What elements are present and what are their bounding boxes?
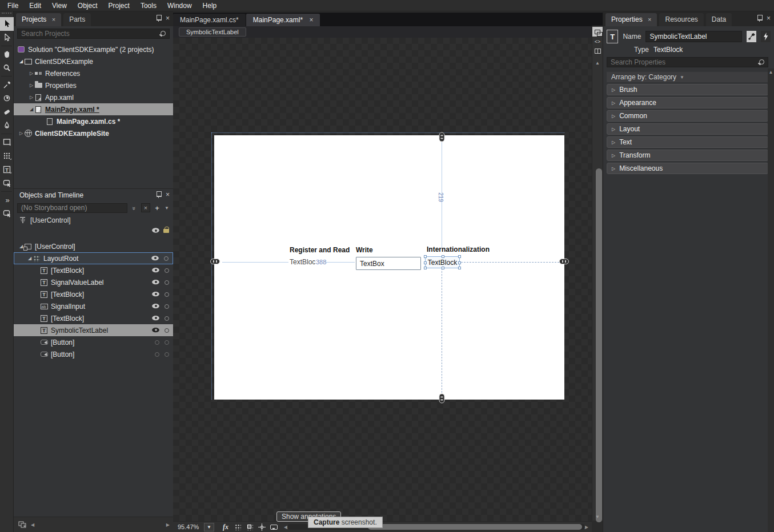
grid-layout-tool-icon[interactable] [0,149,14,163]
layers-icon[interactable] [18,521,27,529]
menu-tools[interactable]: Tools [141,2,157,10]
tab-close-icon[interactable]: × [309,16,313,24]
objects-item-signalvaluelabel[interactable]: T SignalValueLabel [14,276,173,288]
tab-projects-close-icon[interactable]: × [52,16,55,23]
storyboard-chevrons-icon[interactable]: » [131,203,138,212]
name-input[interactable] [645,31,742,42]
split-view-button[interactable] [592,46,603,56]
storyboard-close-icon[interactable]: × [141,203,150,212]
lock-icon[interactable] [163,227,169,233]
scroll-right-icon[interactable]: ▶ [166,522,170,527]
scroll-up-icon[interactable]: ▲ [592,61,603,66]
eye-icon[interactable] [152,268,159,273]
resize-handle-n[interactable] [442,255,444,258]
eyedropper-tool-icon[interactable] [0,78,14,91]
objects-item-textblock-1[interactable]: T [TextBlock] [14,264,173,276]
breadcrumb[interactable]: SymbolicTextLabel [179,27,246,37]
margin-anchor-left-icon[interactable] [210,259,220,264]
resize-handle-sw[interactable] [424,267,427,269]
category-brush[interactable]: ▷Brush [607,84,768,95]
direct-selection-tool-icon[interactable] [0,31,14,45]
expander-collapsed-icon[interactable]: ▷ [29,83,34,88]
snap-grid-icon[interactable] [244,523,255,531]
menu-window[interactable]: Window [167,2,192,10]
scroll-up-icon[interactable]: ▲ [768,70,774,75]
arrange-by-bar[interactable]: Arrange by: Category ▼ [607,72,771,82]
visibility-state-icon[interactable] [155,352,159,357]
storyboard-add-icon[interactable]: + [153,204,162,212]
eye-icon[interactable] [152,292,159,297]
objects-item-textblock-3[interactable]: T [TextBlock] [14,312,173,324]
properties-scrollbar[interactable]: ▲ [768,68,774,532]
margin-anchor-top-icon[interactable] [439,132,445,142]
resize-handle-se[interactable] [458,267,461,269]
artboard-textblock-clipped[interactable]: TextBloc [290,258,315,266]
show-grid-icon[interactable] [232,523,243,531]
projects-search-input[interactable] [18,30,159,38]
objects-item-usercontrol[interactable]: ◢ [UserControl] [14,240,173,252]
menu-project[interactable]: Project [109,2,130,10]
selection-tool-icon[interactable] [0,17,14,31]
tree-item-references[interactable]: ▷ References [14,67,173,79]
lock-state-icon[interactable] [165,292,169,297]
resize-handle-e[interactable] [458,261,461,264]
category-layout[interactable]: ▷Layout [607,123,768,135]
vertical-scrollbar-thumb[interactable] [596,168,602,522]
margin-anchor-right-icon[interactable] [559,259,569,264]
eye-icon[interactable] [152,228,159,233]
visibility-state-icon[interactable] [155,340,159,345]
zoom-tool-icon[interactable] [0,61,14,75]
tree-item-solution[interactable]: Solution "ClientSDKExample" (2 projects) [14,43,173,55]
tree-item-appxaml[interactable]: ▷ App.xaml [14,91,173,103]
menu-help[interactable]: Help [203,2,217,10]
design-view-button[interactable] [592,27,603,37]
artboard[interactable]: Register and Read Write Internationaliza… [214,135,564,400]
annotations-icon[interactable] [268,523,279,531]
objects-item-signalinput[interactable]: ab SignalInput [14,300,173,312]
ink-bottle-tool-icon[interactable] [0,119,14,132]
scope-up-icon[interactable] [19,217,26,224]
expander-expanded-icon[interactable]: ◢ [18,59,24,64]
lock-state-icon[interactable] [165,352,169,357]
category-transform[interactable]: ▷Transform [607,150,768,161]
resize-handle-nw[interactable] [424,255,427,258]
resize-handle-ne[interactable] [458,255,461,258]
lock-state-icon[interactable] [165,316,169,321]
lock-state-icon[interactable] [165,304,169,309]
close-icon[interactable]: × [166,15,170,22]
rectangle-tool-icon[interactable] [0,135,14,149]
pin-icon[interactable] [156,191,161,198]
tab-mainpage-xaml-cs[interactable]: MainPage.xaml.cs* [173,14,246,26]
asset-alt-tool-icon[interactable] [0,207,14,220]
asset-tool-icon[interactable] [0,176,14,190]
eye-icon[interactable] [151,256,159,261]
menu-object[interactable]: Object [78,2,98,10]
expander-expanded-icon[interactable]: ◢ [27,256,33,261]
resize-handle-s[interactable] [442,267,444,269]
tab-projects[interactable]: Projects × [16,13,61,26]
more-tools-icon[interactable]: » [0,193,14,207]
objects-item-button-1[interactable]: [Button] [14,336,173,348]
tab-resources[interactable]: Resources [659,13,703,26]
category-appearance[interactable]: ▷Appearance [607,97,768,108]
category-common[interactable]: ▷Common [607,110,768,122]
menu-view[interactable]: View [52,2,67,10]
expander-collapsed-icon[interactable]: ▷ [18,131,24,136]
hscroll-right-icon[interactable]: ▶ [585,525,588,530]
margin-anchor-bottom-icon[interactable] [439,394,445,404]
design-canvas[interactable]: Register and Read Write Internationaliza… [173,38,592,522]
scope-row[interactable]: [UserControl] [14,214,173,227]
resize-handle-w[interactable] [424,261,427,264]
events-view-button[interactable] [761,31,771,42]
eye-icon[interactable] [152,316,159,321]
storyboard-options-icon[interactable]: ▼ [164,205,170,211]
tab-parts[interactable]: Parts [63,13,91,26]
lock-state-icon[interactable] [165,328,169,333]
expander-collapsed-icon[interactable]: ▷ [29,71,34,76]
category-miscellaneous[interactable]: ▷Miscellaneous [607,163,768,174]
tree-item-clientsdkexamplesite[interactable]: ▷ ClientSDKExampleSite [14,127,173,139]
pin-icon[interactable] [757,15,762,22]
objects-item-layoutroot[interactable]: ◢ LayoutRoot [14,252,173,264]
eye-icon[interactable] [152,304,159,309]
tab-mainpage-xaml[interactable]: MainPage.xaml* × [246,14,320,26]
